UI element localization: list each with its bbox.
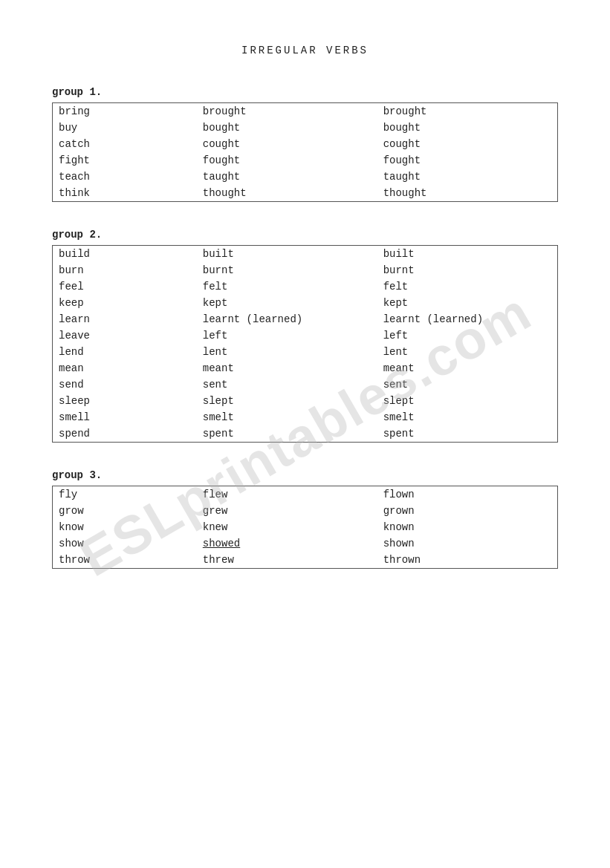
page-title: IRREGULAR VERBS xyxy=(52,45,558,56)
past-form: lent xyxy=(197,344,377,360)
past-participle-form: thrown xyxy=(377,552,558,569)
base-form: lend xyxy=(53,344,197,360)
table-row: fightfoughtfought xyxy=(53,152,558,169)
group-label-1: group 1. xyxy=(52,86,558,98)
past-form: cought xyxy=(197,136,377,152)
group-label-2: group 2. xyxy=(52,229,558,241)
past-participle-form: brought xyxy=(377,103,558,120)
past-form: threw xyxy=(197,552,377,569)
table-row: learnlearnt (learned)learnt (learned) xyxy=(53,311,558,327)
past-participle-form: flown xyxy=(377,486,558,503)
past-form: slept xyxy=(197,393,377,409)
past-form: meant xyxy=(197,360,377,376)
table-row: buildbuiltbuilt xyxy=(53,246,558,263)
past-participle-form: smelt xyxy=(377,409,558,425)
past-participle-form: sent xyxy=(377,376,558,393)
table-row: throwthrewthrown xyxy=(53,552,558,569)
past-participle-form: burnt xyxy=(377,262,558,278)
table-row: leaveleftleft xyxy=(53,327,558,344)
past-participle-form: thought xyxy=(377,185,558,202)
past-form: built xyxy=(197,246,377,263)
past-participle-form: built xyxy=(377,246,558,263)
base-form: bring xyxy=(53,103,197,120)
table-row: burnburntburnt xyxy=(53,262,558,278)
past-participle-form: cought xyxy=(377,136,558,152)
base-form: leave xyxy=(53,327,197,344)
past-form: smelt xyxy=(197,409,377,425)
base-form: teach xyxy=(53,169,197,185)
table-row: keepkeptkept xyxy=(53,295,558,311)
table-row: growgrewgrown xyxy=(53,503,558,519)
base-form: grow xyxy=(53,503,197,519)
past-participle-form: taught xyxy=(377,169,558,185)
past-participle-form: kept xyxy=(377,295,558,311)
table-row: sendsentsent xyxy=(53,376,558,393)
table-row: meanmeantmeant xyxy=(53,360,558,376)
past-form: felt xyxy=(197,278,377,295)
base-form: think xyxy=(53,185,197,202)
base-form: buy xyxy=(53,120,197,136)
base-form: sleep xyxy=(53,393,197,409)
past-participle-form: grown xyxy=(377,503,558,519)
base-form: know xyxy=(53,519,197,535)
past-form: grew xyxy=(197,503,377,519)
past-form: knew xyxy=(197,519,377,535)
table-row: thinkthoughtthought xyxy=(53,185,558,202)
table-row: catchcoughtcought xyxy=(53,136,558,152)
table-row: teachtaughttaught xyxy=(53,169,558,185)
base-form: burn xyxy=(53,262,197,278)
past-participle-form: left xyxy=(377,327,558,344)
past-participle-form: learnt (learned) xyxy=(377,311,558,327)
past-form: flew xyxy=(197,486,377,503)
past-form: left xyxy=(197,327,377,344)
table-row: lendlentlent xyxy=(53,344,558,360)
base-form: spend xyxy=(53,425,197,443)
past-participle-form: lent xyxy=(377,344,558,360)
group-section-3: group 3.flyflewflowngrowgrewgrownknowkne… xyxy=(52,469,558,569)
group-section-1: group 1.bringbroughtbroughtbuyboughtboug… xyxy=(52,86,558,202)
base-form: keep xyxy=(53,295,197,311)
group-section-2: group 2.buildbuiltbuiltburnburntburntfee… xyxy=(52,229,558,443)
base-form: feel xyxy=(53,278,197,295)
past-participle-form: known xyxy=(377,519,558,535)
past-form: fought xyxy=(197,152,377,169)
base-form: fight xyxy=(53,152,197,169)
base-form: throw xyxy=(53,552,197,569)
table-row: feelfeltfelt xyxy=(53,278,558,295)
base-form: build xyxy=(53,246,197,263)
verb-table-1: bringbroughtbroughtbuyboughtboughtcatchc… xyxy=(52,102,558,202)
past-form: bought xyxy=(197,120,377,136)
past-participle-form: shown xyxy=(377,535,558,552)
base-form: fly xyxy=(53,486,197,503)
base-form: smell xyxy=(53,409,197,425)
table-row: knowknewknown xyxy=(53,519,558,535)
past-form: spent xyxy=(197,425,377,443)
past-participle-form: felt xyxy=(377,278,558,295)
table-row: showshowedshown xyxy=(53,535,558,552)
table-row: sleepsleptslept xyxy=(53,393,558,409)
base-form: send xyxy=(53,376,197,393)
base-form: show xyxy=(53,535,197,552)
past-participle-form: spent xyxy=(377,425,558,443)
past-form: taught xyxy=(197,169,377,185)
past-form: learnt (learned) xyxy=(197,311,377,327)
past-form: brought xyxy=(197,103,377,120)
past-participle-form: bought xyxy=(377,120,558,136)
base-form: mean xyxy=(53,360,197,376)
past-participle-form: fought xyxy=(377,152,558,169)
past-form: burnt xyxy=(197,262,377,278)
table-row: spendspentspent xyxy=(53,425,558,443)
verb-table-3: flyflewflowngrowgrewgrownknowknewknownsh… xyxy=(52,486,558,569)
table-row: bringbroughtbrought xyxy=(53,103,558,120)
past-form: sent xyxy=(197,376,377,393)
past-form: thought xyxy=(197,185,377,202)
past-form: kept xyxy=(197,295,377,311)
group-label-3: group 3. xyxy=(52,469,558,481)
past-participle-form: meant xyxy=(377,360,558,376)
base-form: catch xyxy=(53,136,197,152)
table-row: smellsmeltsmelt xyxy=(53,409,558,425)
table-row: buyboughtbought xyxy=(53,120,558,136)
past-participle-form: slept xyxy=(377,393,558,409)
past-form: showed xyxy=(197,535,377,552)
table-row: flyflewflown xyxy=(53,486,558,503)
